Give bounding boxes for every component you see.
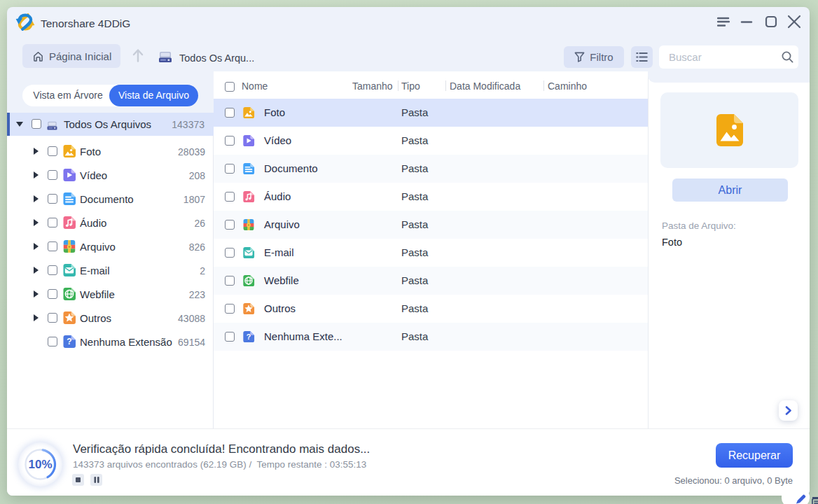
svg-text:?: ?: [247, 332, 251, 341]
svg-text:?: ?: [67, 337, 71, 346]
